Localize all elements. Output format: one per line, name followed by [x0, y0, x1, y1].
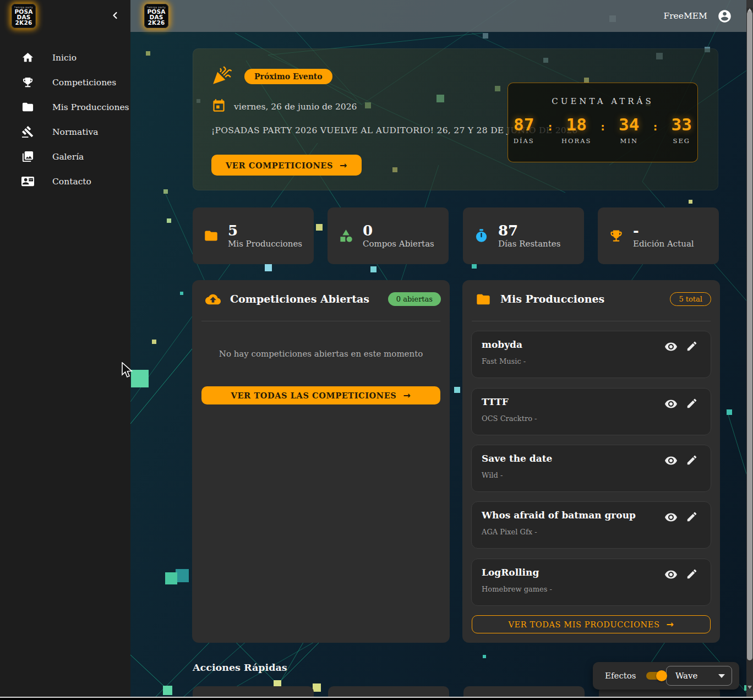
view-button[interactable] [664, 397, 678, 411]
home-icon [21, 51, 35, 64]
countdown-box: CUENTA ATRÁS 87 DÍAS : 18 HORAS : 34 MIN [508, 83, 698, 162]
ver-todas-producciones-button[interactable]: VER TODAS MIS PRODUCCIONES → [472, 615, 711, 633]
sidebar-item-competiciones[interactable]: Competiciones [0, 70, 130, 95]
sidebar-logo[interactable]: *amiga party POSA DAS 2K26 [12, 4, 36, 28]
effects-panel: Efectos Wave [593, 662, 739, 690]
shapes-icon [339, 228, 353, 243]
arrow-right-icon: → [340, 160, 347, 171]
stat-edicion-actual: -Edición Actual [598, 207, 719, 264]
toggle-knob [656, 670, 667, 681]
view-button[interactable] [664, 568, 678, 581]
folder-icon [204, 228, 219, 243]
sidebar-collapse-button[interactable] [107, 8, 123, 24]
productions-panel-title: Mis Producciones [500, 293, 604, 305]
view-button[interactable] [664, 454, 678, 467]
cloud-upload-icon [205, 292, 220, 307]
brand-name: FreeMEM [663, 11, 707, 21]
timer-icon [474, 228, 489, 243]
contact-icon [21, 175, 35, 188]
open-count-badge: 0 abiertas [388, 292, 441, 306]
countdown-title: CUENTA ATRÁS [508, 96, 697, 106]
vertical-scrollbar[interactable] [746, 0, 753, 697]
ver-todas-competiciones-button[interactable]: VER TODAS LAS COMPETICIONES → [201, 386, 440, 404]
trophy-icon [609, 228, 624, 243]
effects-toggle[interactable] [646, 672, 665, 680]
app-root: *amiga party POSA DAS 2K26 FreeMEM [0, 0, 753, 700]
scroll-down-button[interactable] [746, 689, 753, 697]
effects-label: Efectos [605, 671, 636, 681]
chevron-down-icon [718, 674, 725, 678]
edit-button[interactable] [685, 340, 699, 353]
divider [201, 321, 440, 321]
arrow-right-icon: → [403, 390, 411, 401]
gavel-icon [21, 125, 35, 139]
countdown-days: 87 DÍAS [508, 115, 539, 145]
effect-mode-select[interactable]: Wave [666, 666, 732, 686]
triangle-up-icon [747, 0, 752, 12]
account-icon [717, 17, 732, 25]
trophy-icon [21, 76, 35, 89]
production-item: LogRolling Homebrew games - [471, 559, 711, 606]
mouse-cursor [121, 362, 133, 379]
productions-panel: Mis Producciones 5 total mobyda Fast Mus… [462, 280, 720, 643]
production-item: mobyda Fast Music - [471, 331, 711, 378]
topbar-logo[interactable]: *amiga party POSA DAS 2K26 [144, 4, 168, 28]
sidebar-item-normativa[interactable]: Normativa [0, 119, 130, 144]
stat-dias-restantes: 87Días Restantes [463, 207, 584, 264]
view-button[interactable] [664, 340, 678, 353]
next-event-badge: Próximo Evento [244, 69, 332, 84]
gallery-icon [21, 150, 35, 163]
next-event-hero: Próximo Evento viernes, 26 de junio de 2… [193, 48, 718, 190]
ver-competiciones-button[interactable]: VER COMPETICIONES → [211, 155, 362, 176]
main-area: *amiga party POSA DAS 2K26 FreeMEM [130, 0, 753, 700]
event-date: viernes, 26 de junio de 2026 [234, 102, 357, 112]
edit-button[interactable] [685, 568, 699, 581]
divider [472, 321, 711, 321]
stat-compos-abiertas: 0Compos Abiertas [328, 207, 449, 264]
quick-actions-title: Acciones Rápidas [193, 662, 287, 673]
production-item: Save the date Wild - [471, 445, 711, 492]
party-popper-icon [211, 65, 232, 88]
countdown-seconds: 33 SEG [666, 115, 697, 145]
calendar-icon [211, 98, 226, 115]
edit-button[interactable] [685, 454, 699, 467]
empty-competitions-message: No hay competiciones abiertas en este mo… [192, 349, 450, 359]
competitions-panel: Competiciones Abiertas 0 abiertas No hay… [192, 280, 450, 643]
view-button[interactable] [664, 511, 678, 524]
edit-button[interactable] [685, 397, 699, 411]
arrow-right-icon: → [666, 619, 674, 630]
stat-mis-producciones: 5Mis Producciones [193, 207, 314, 264]
edit-button[interactable] [685, 511, 699, 524]
triangle-down-icon [747, 686, 752, 697]
window-bottom-edge [0, 697, 753, 700]
sidebar-item-galeria[interactable]: Galería [0, 144, 130, 169]
scroll-up-button[interactable] [746, 0, 753, 8]
chevron-left-icon [110, 10, 121, 23]
production-item: Whos afraid of batman group AGA Pixel Gf… [471, 501, 711, 549]
sidebar-item-contacto[interactable]: Contacto [0, 169, 130, 194]
scrollbar-thumb[interactable] [747, 11, 752, 660]
sidebar-item-mis-producciones[interactable]: Mis Producciones [0, 95, 130, 119]
competitions-panel-title: Competiciones Abiertas [230, 293, 369, 305]
sidebar-nav: Inicio Competiciones Mis Producciones No… [0, 45, 130, 194]
sidebar-item-inicio[interactable]: Inicio [0, 45, 130, 70]
production-item: TTTF OCS Cracktro - [471, 388, 711, 435]
topbar: *amiga party POSA DAS 2K26 FreeMEM [130, 0, 746, 32]
account-button[interactable] [717, 9, 732, 24]
countdown-hours: 18 HORAS [561, 115, 592, 145]
sidebar: *amiga party POSA DAS 2K26 Inicio Compet… [0, 0, 130, 700]
folder-icon [21, 101, 35, 114]
total-count-badge: 5 total [670, 292, 711, 306]
folder-icon [476, 292, 490, 307]
countdown-minutes: 34 MIN [613, 115, 645, 145]
